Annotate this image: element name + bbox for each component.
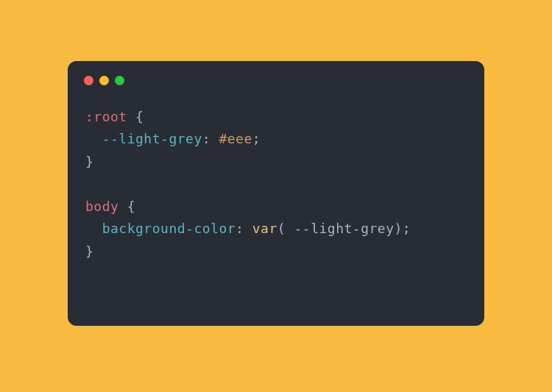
css-selector: :root xyxy=(85,109,127,124)
css-selector: body xyxy=(85,199,118,214)
css-function: var xyxy=(252,221,277,236)
brace-open: { xyxy=(118,199,135,214)
css-property: background-color xyxy=(102,221,236,236)
code-window: :root { --light-grey: #eee; } body { bac… xyxy=(68,61,484,326)
semicolon: ; xyxy=(403,221,411,236)
paren-open: ( xyxy=(277,221,286,236)
css-var-arg: --light-grey xyxy=(286,221,394,236)
code-block: :root { --light-grey: #eee; } body { bac… xyxy=(85,106,467,263)
indent xyxy=(85,221,102,236)
brace-close: } xyxy=(85,154,93,169)
semicolon: ; xyxy=(252,131,261,146)
paren-close: ) xyxy=(394,221,403,236)
colon: : xyxy=(236,221,252,236)
close-icon[interactable] xyxy=(84,76,93,85)
brace-close: } xyxy=(85,243,93,259)
indent xyxy=(85,131,102,146)
maximize-icon[interactable] xyxy=(115,76,124,85)
brace-open: { xyxy=(127,109,144,124)
css-property: --light-grey xyxy=(102,131,202,146)
colon: : xyxy=(202,131,219,146)
minimize-icon[interactable] xyxy=(99,76,109,85)
window-controls xyxy=(84,76,467,85)
css-value: #eee xyxy=(219,131,252,146)
